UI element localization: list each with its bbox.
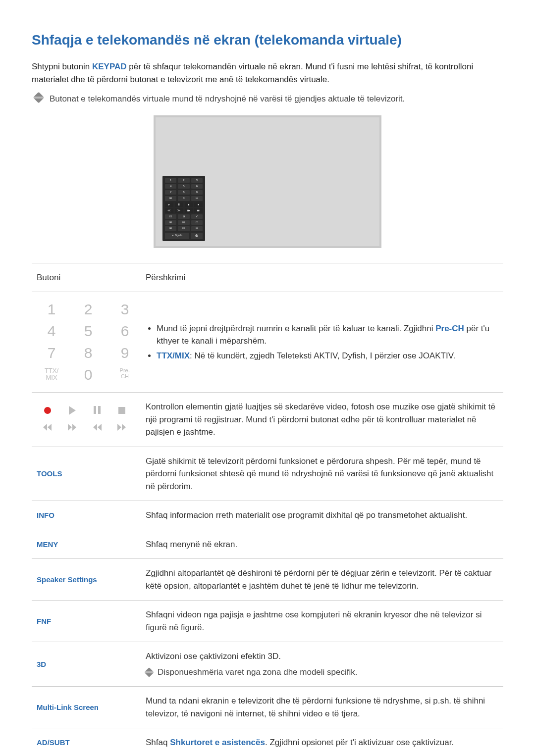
record-icon [44, 407, 51, 414]
panel-key: 6 [191, 184, 203, 189]
panel-key: 1 [165, 178, 176, 183]
keypad-label: KEYPAD [92, 62, 127, 71]
panel-ff-icon: ≫ [175, 208, 183, 213]
key-7: 7 [41, 346, 62, 360]
adsubt-desc: Shfaq Shkurtoret e asistencës. Zgjidhni … [141, 728, 503, 756]
key-9: 9 [114, 346, 136, 360]
page-title: Shfaqja e telekomandës në ekran (telekom… [32, 30, 503, 50]
panel-misc: ⊡ [165, 214, 176, 219]
speaker-label: Speaker Settings [37, 575, 97, 584]
fnf-label: FNF [37, 617, 51, 625]
info-desc: Shfaq informacion rreth materialit ose p… [141, 501, 503, 530]
key-prech: Pre- CH [114, 367, 136, 382]
note-row: Butonat e telekomandës virtuale mund të … [35, 93, 503, 105]
table-row-multilink: Multi-Link Screen Mund ta ndani ekranin … [32, 687, 503, 728]
panel-rec-icon: ● [194, 202, 203, 207]
panel-key: 5 [178, 184, 189, 189]
speaker-desc: Zgjidhni altoparlantët që dëshironi të p… [141, 559, 503, 601]
panel-misc: ⊡ [191, 220, 203, 225]
table-row-playback: Kontrollon elementin gjatë luajtjes së s… [32, 393, 503, 447]
list-item: TTX/MIX: Në të kundërt, zgjedh Teletekst… [157, 350, 498, 362]
panel-key: 8 [178, 190, 189, 195]
panel-power-icon: ⏻ [191, 233, 203, 239]
meny-label: MENY [37, 540, 58, 549]
rewind-icon [43, 424, 52, 433]
pencil-icon [144, 667, 154, 677]
table-row-meny: MENY Shfaq menynë në ekran. [32, 530, 503, 559]
panel-key: 2 [178, 178, 189, 183]
panel-next-icon: ⏭ [194, 208, 203, 213]
list-item: Mund të jepni drejtpërdrejt numrin e kan… [157, 322, 498, 348]
table-row-3d: 3D Aktivizoni ose çaktivizoni efektin 3D… [32, 642, 503, 687]
key-1: 1 [41, 302, 62, 317]
note-text: Butonat e telekomandës virtuale mund të … [50, 93, 405, 105]
intro-pre: Shtypni butonin [32, 62, 92, 71]
ttxmix-bold: TTX/MIX [157, 351, 190, 360]
header-button: Butoni [32, 263, 141, 292]
panel-key: 0 [178, 196, 189, 201]
intro-paragraph: Shtypni butonin KEYPAD për të shfaqur te… [32, 60, 503, 86]
key-4: 4 [41, 324, 62, 339]
play-icon [69, 406, 76, 415]
table-row-adsubt: AD/SUBT Shfaq Shkurtoret e asistencës. Z… [32, 728, 503, 756]
table-row-fnf: FNF Shfaqni videon nga pajisja e jashtme… [32, 601, 503, 642]
stop-icon [118, 407, 125, 414]
pause-icon [93, 406, 102, 415]
threeD-label: 3D [37, 660, 46, 668]
fast-forward-icon [68, 424, 77, 433]
panel-misc: ⊞ [165, 226, 176, 231]
key-6: 6 [114, 324, 136, 339]
tv-frame: 1 2 3 4 5 6 7 8 9 ⊞ 0 ⊟ ▸ ⏸ ■ ● ≪ ≫ [154, 115, 381, 248]
panel-key: ⊟ [191, 196, 203, 201]
panel-misc: ⊡ [178, 226, 189, 231]
meny-desc: Shfaq menynë në ekran. [141, 530, 503, 559]
key-0: 0 [77, 367, 99, 382]
table-row-tools: TOOLS Gjatë shikimit të televizorit përd… [32, 447, 503, 501]
asistences-link: Shkurtoret e asistencës [170, 738, 265, 747]
button-table: Butoni Përshkrimi 1 2 3 4 5 6 7 8 9 TTX/… [32, 263, 503, 756]
panel-key: ⊞ [165, 196, 176, 201]
panel-play-icon: ▸ [165, 202, 173, 207]
key-3: 3 [114, 302, 136, 317]
panel-key: 3 [191, 178, 203, 183]
key-2: 2 [77, 302, 99, 317]
playback-icons [37, 404, 136, 435]
adsubt-label: AD/SUBT [37, 738, 70, 747]
fnf-desc: Shfaqni videon nga pajisja e jashtme ose… [141, 601, 503, 642]
multilink-desc: Mund ta ndani ekranin e televizorit dhe … [141, 687, 503, 728]
threeD-desc: Aktivizoni ose çaktivizoni efektin 3D. [146, 650, 498, 663]
tools-label: TOOLS [37, 469, 62, 478]
tv-illustration: 1 2 3 4 5 6 7 8 9 ⊞ 0 ⊟ ▸ ⏸ ■ ● ≪ ≫ [32, 115, 503, 248]
header-desc: Përshkrimi [141, 263, 503, 292]
key-ttxmix: TTX/ MIX [41, 367, 62, 382]
multilink-label: Multi-Link Screen [37, 703, 99, 711]
playback-desc: Kontrollon elementin gjatë luajtjes së s… [141, 393, 503, 447]
pencil-icon [33, 92, 45, 103]
threeD-note: Disponueshmëria varet nga zona dhe model… [146, 666, 498, 679]
panel-signin: ▲ Sign In [165, 233, 189, 239]
skip-forward-icon [117, 424, 126, 433]
panel-key: 4 [165, 184, 176, 189]
skip-back-icon [93, 424, 102, 433]
panel-misc: ⧉ [178, 214, 189, 219]
panel-key: 7 [165, 190, 176, 195]
panel-prev-icon: ⏮ [185, 208, 193, 213]
panel-misc: ⊟ [191, 226, 203, 231]
panel-misc: ⊞ [165, 220, 176, 225]
table-row-numeric: 1 2 3 4 5 6 7 8 9 TTX/ MIX 0 Pre- CH [32, 292, 503, 393]
tools-desc: Gjatë shikimit të televizorit përdorni f… [141, 447, 503, 501]
virtual-remote-panel: 1 2 3 4 5 6 7 8 9 ⊞ 0 ⊟ ▸ ⏸ ■ ● ≪ ≫ [162, 176, 205, 241]
panel-key: 9 [191, 190, 203, 195]
panel-pause-icon: ⏸ [175, 202, 183, 207]
table-row-info: INFO Shfaq informacion rreth materialit … [32, 501, 503, 530]
prech-link: Pre-CH [435, 324, 464, 333]
info-label: INFO [37, 511, 54, 519]
key-8: 8 [77, 346, 99, 360]
numeric-desc-list: Mund të jepni drejtpërdrejt numrin e kan… [146, 322, 498, 362]
panel-misc: ✓ [191, 214, 203, 219]
panel-stop-icon: ■ [185, 202, 193, 207]
key-5: 5 [77, 324, 99, 339]
panel-misc: ⊟ [178, 220, 189, 225]
numeric-keypad-graphic: 1 2 3 4 5 6 7 8 9 TTX/ MIX 0 Pre- CH [37, 300, 136, 384]
panel-rew-icon: ≪ [165, 208, 173, 213]
